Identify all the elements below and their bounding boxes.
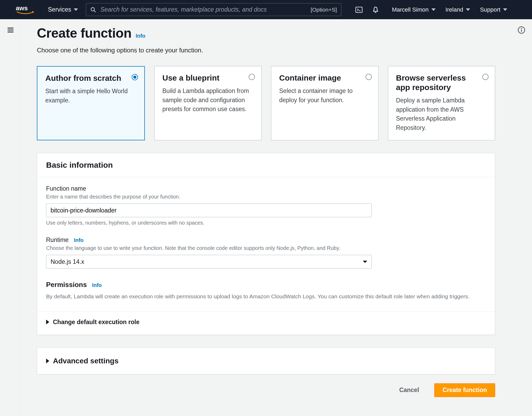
option-desc: Select a container image to deploy for y… bbox=[279, 86, 370, 105]
expander-label: Change default execution role bbox=[53, 319, 139, 326]
radio-icon bbox=[482, 74, 489, 80]
global-search[interactable]: [Option+S] bbox=[86, 3, 341, 16]
support-label: Support bbox=[480, 6, 500, 13]
option-desc: Build a Lambda application from sample c… bbox=[162, 86, 254, 114]
option-desc: Deploy a sample Lambda application from … bbox=[396, 96, 487, 132]
field-label: Function name bbox=[46, 185, 486, 192]
notifications-button[interactable] bbox=[372, 6, 379, 13]
services-label: Services bbox=[48, 6, 71, 13]
svg-point-1 bbox=[91, 7, 95, 11]
permissions-section: Permissions Info By default, Lambda will… bbox=[46, 281, 486, 301]
support-dropdown[interactable]: Support bbox=[477, 6, 510, 13]
field-desc: Choose the language to use to write your… bbox=[46, 245, 486, 251]
side-nav-collapsed bbox=[0, 19, 21, 416]
cloudshell-button[interactable] bbox=[355, 6, 363, 14]
page-title-info-link[interactable]: Info bbox=[135, 33, 145, 39]
main-content: Create function Info Choose one of the f… bbox=[21, 19, 511, 416]
creation-option-group: Author from scratch Start with a simple … bbox=[37, 66, 495, 140]
account-dropdown[interactable]: Marcell Simon bbox=[389, 6, 439, 13]
services-dropdown[interactable]: Services bbox=[45, 6, 81, 13]
option-use-blueprint[interactable]: Use a blueprint Build a Lambda applicati… bbox=[154, 66, 262, 140]
triangle-right-icon bbox=[46, 359, 49, 363]
page-title: Create function bbox=[37, 26, 131, 41]
caret-down-icon bbox=[431, 8, 436, 11]
caret-down-icon bbox=[74, 8, 78, 11]
caret-down-icon bbox=[363, 261, 367, 263]
radio-icon bbox=[249, 74, 255, 80]
option-title: Author from scratch bbox=[45, 73, 136, 83]
option-serverless-repo[interactable]: Browse serverless app repository Deploy … bbox=[388, 66, 495, 140]
svg-rect-10 bbox=[521, 29, 522, 32]
caret-down-icon bbox=[466, 8, 470, 11]
cloudshell-icon bbox=[355, 6, 363, 14]
runtime-field: Runtime Info Choose the language to use … bbox=[46, 236, 486, 269]
change-execution-role-expander[interactable]: Change default execution role bbox=[46, 319, 486, 326]
runtime-select[interactable]: Node.js 14.x bbox=[46, 255, 372, 269]
region-dropdown[interactable]: Ireland bbox=[442, 6, 473, 13]
bell-icon bbox=[372, 6, 379, 13]
triangle-right-icon bbox=[46, 320, 49, 324]
option-container-image[interactable]: Container image Select a container image… bbox=[271, 66, 378, 140]
info-circle-icon bbox=[518, 26, 525, 34]
cancel-button[interactable]: Cancel bbox=[391, 383, 427, 397]
side-nav-toggle[interactable] bbox=[7, 26, 14, 416]
option-title: Browse serverless app repository bbox=[396, 73, 487, 92]
help-rail bbox=[511, 19, 532, 416]
svg-text:aws: aws bbox=[16, 4, 28, 12]
panel-title: Basic information bbox=[46, 161, 486, 170]
option-title: Use a blueprint bbox=[162, 73, 254, 83]
button-label: Cancel bbox=[399, 387, 419, 394]
search-shortcut-hint: [Option+S] bbox=[311, 7, 337, 13]
field-label: Runtime bbox=[46, 236, 69, 244]
search-input[interactable] bbox=[100, 6, 307, 13]
caret-down-icon bbox=[503, 8, 507, 11]
option-author-from-scratch[interactable]: Author from scratch Start with a simple … bbox=[37, 66, 145, 140]
function-name-input[interactable] bbox=[46, 204, 372, 217]
top-nav: aws Services [Option+S] Marcell Simon bbox=[0, 0, 532, 19]
aws-logo-icon: aws bbox=[16, 4, 35, 16]
advanced-settings-panel: Advanced settings bbox=[37, 348, 495, 374]
permissions-title: Permissions bbox=[46, 281, 87, 289]
create-function-button[interactable]: Create function bbox=[434, 383, 495, 397]
runtime-info-link[interactable]: Info bbox=[73, 237, 84, 243]
help-panel-toggle[interactable] bbox=[518, 26, 525, 416]
basic-information-panel: Basic information Function name Enter a … bbox=[37, 153, 495, 335]
button-label: Create function bbox=[442, 387, 487, 394]
runtime-selected-value: Node.js 14.x bbox=[51, 258, 84, 265]
field-hint: Use only letters, numbers, hyphens, or u… bbox=[46, 220, 486, 226]
svg-point-9 bbox=[521, 28, 522, 29]
permissions-desc: By default, Lambda will create an execut… bbox=[46, 292, 486, 301]
form-footer: Cancel Create function bbox=[37, 383, 495, 397]
aws-logo[interactable]: aws bbox=[5, 0, 42, 19]
svg-rect-3 bbox=[356, 7, 362, 12]
field-desc: Enter a name that describes the purpose … bbox=[46, 194, 486, 200]
svg-line-2 bbox=[94, 10, 96, 12]
option-desc: Start with a simple Hello World example. bbox=[45, 87, 136, 105]
option-title: Container image bbox=[279, 73, 370, 83]
hamburger-icon bbox=[7, 26, 14, 34]
permissions-info-link[interactable]: Info bbox=[91, 282, 102, 288]
search-icon bbox=[90, 7, 96, 13]
radio-icon bbox=[132, 74, 138, 80]
account-user-name: Marcell Simon bbox=[392, 6, 428, 13]
function-name-field: Function name Enter a name that describe… bbox=[46, 185, 486, 226]
expander-label: Advanced settings bbox=[53, 357, 119, 365]
advanced-settings-expander[interactable]: Advanced settings bbox=[46, 357, 486, 365]
region-name: Ireland bbox=[446, 6, 463, 13]
page-subtitle: Choose one of the following options to c… bbox=[37, 47, 495, 54]
radio-icon bbox=[366, 74, 372, 80]
